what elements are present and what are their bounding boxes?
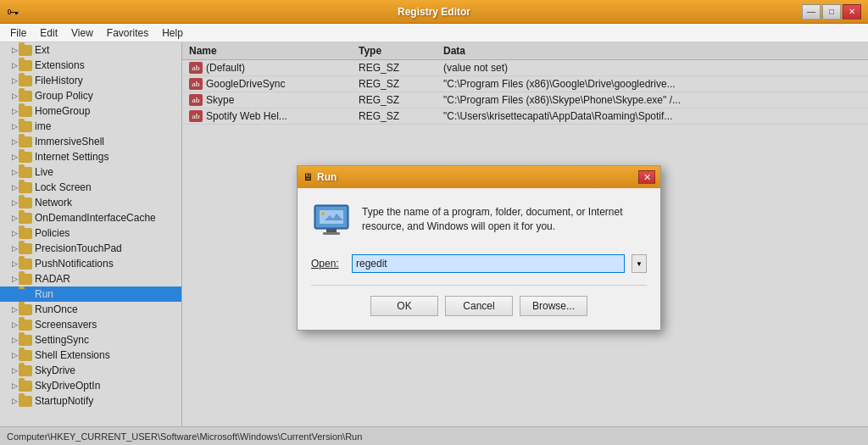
table-row[interactable]: ab Skype REG_SZ "C:\Program Files (x86)\… [182,92,868,108]
tree-label: SettingSync [35,334,89,346]
tree-item-shellextensions[interactable]: ▷ Shell Extensions [0,348,181,363]
menu-file[interactable]: File [3,25,33,41]
tree-item-internetsettings[interactable]: ▷ Internet Settings [0,149,181,164]
tree-panel[interactable]: ▷ Ext ▷ Extensions ▷ FileHistory ▷ Group… [0,42,182,426]
tree-item-ext[interactable]: ▷ Ext [0,42,181,58]
reg-name: GoogleDriveSync [206,78,285,90]
menu-edit[interactable]: Edit [33,25,64,41]
folder-icon [19,259,32,270]
tree-item-precisiontouchpad[interactable]: ▷ PrecisionTouchPad [0,241,181,256]
folder-icon [19,152,32,163]
folder-icon [19,106,32,117]
reg-data: "C:\Program Files (x86)\Skype\Phone\Skyp… [437,92,868,108]
close-button[interactable]: ✕ [843,4,861,19]
tree-label: HomeGroup [35,105,90,117]
tree-label: SkyDrive [35,364,75,376]
tree-item-ime[interactable]: ▷ ime [0,119,181,134]
window-title: Registry Editor [398,6,470,18]
run-input-row: Open: ▼ [311,254,647,273]
folder-icon [19,350,32,361]
folder-icon [19,60,32,71]
tree-label: OnDemandInterfaceCache [35,212,156,224]
run-description: Type the name of a program, folder, docu… [362,202,647,234]
tree-item-extensions[interactable]: ▷ Extensions [0,58,181,73]
reg-type: REG_SZ [352,60,437,76]
reg-name: Skype [206,94,234,106]
run-browse-button[interactable]: Browse... [520,296,587,316]
run-separator [311,285,647,286]
folder-icon [19,91,32,102]
tree-item-radar[interactable]: ▷ RADAR [0,271,181,286]
tree-item-live[interactable]: ▷ Live [0,164,181,180]
tree-item-network[interactable]: ▷ Network [0,195,181,210]
registry-table: Name Type Data ab (Default) REG_SZ (valu… [182,42,868,125]
run-input-field[interactable] [352,254,625,273]
expand-icon: ▷ [10,153,19,161]
folder-icon [19,289,32,300]
tree-item-skydriveoptIn[interactable]: ▷ SkyDriveOptIn [0,378,181,393]
expand-icon: ▷ [10,46,19,54]
run-dropdown-button[interactable]: ▼ [632,254,647,273]
menu-bar: File Edit View Favorites Help [0,24,868,42]
tree-item-screensavers[interactable]: ▷ Screensavers [0,317,181,332]
tree-label: RunOnce [35,303,78,315]
tree-label: PushNotifications [35,258,114,270]
ab-icon: ab [189,62,203,74]
run-body: Type the name of a program, folder, docu… [298,188,660,330]
tree-label: Network [35,197,72,209]
ab-icon: ab [189,94,203,106]
menu-view[interactable]: View [64,25,100,41]
menu-favorites[interactable]: Favorites [100,25,155,41]
table-row[interactable]: ab GoogleDriveSync REG_SZ "C:\Program Fi… [182,76,868,92]
run-close-button[interactable]: ✕ [638,170,655,184]
expand-icon [10,290,19,298]
maximize-button[interactable]: □ [822,4,841,19]
tree-item-policies[interactable]: ▷ Policies [0,225,181,241]
table-row[interactable]: ab Spotify Web Hel... REG_SZ "C:\Users\k… [182,108,868,125]
minimize-button[interactable]: — [802,4,821,19]
tree-item-skydrive[interactable]: ▷ SkyDrive [0,363,181,378]
tree-item-runonce[interactable]: ▷ RunOnce [0,302,181,317]
tree-label: Shell Extensions [35,349,110,361]
tree-label: Extensions [35,59,85,71]
tree-item-grouppolicy[interactable]: ▷ Group Policy [0,88,181,103]
run-title-left: 🖥 Run [303,171,337,183]
table-row[interactable]: ab (Default) REG_SZ (value not set) [182,60,868,76]
folder-icon [19,274,32,285]
tree-item-filehistory[interactable]: ▷ FileHistory [0,73,181,88]
run-open-label: Open: [311,258,345,270]
run-buttons: OK Cancel Browse... [311,296,647,316]
status-path: Computer\HKEY_CURRENT_USER\Software\Micr… [7,431,362,442]
tree-item-lockscreen[interactable]: ▷ Lock Screen [0,180,181,195]
tree-label: ime [35,120,51,132]
expand-icon: ▷ [10,336,19,344]
reg-data: "C:\Users\krisettecapati\AppData\Roaming… [437,108,868,125]
folder-icon [19,243,32,254]
reg-type: REG_SZ [352,92,437,108]
run-cancel-button[interactable]: Cancel [445,296,513,316]
tree-label: Group Policy [35,90,93,102]
tree-label: PrecisionTouchPad [35,242,122,254]
svg-point-5 [321,212,325,215]
expand-icon: ▷ [10,320,19,329]
tree-item-pushnotifications[interactable]: ▷ PushNotifications [0,256,181,271]
folder-icon [19,136,32,147]
reg-name: (Default) [206,62,245,74]
menu-help[interactable]: Help [155,25,190,41]
cell-name: ab (Default) [189,62,345,74]
folder-icon [19,213,32,224]
folder-icon [19,396,32,407]
tree-item-homegroup[interactable]: ▷ HomeGroup [0,103,181,119]
folder-icon [19,381,32,392]
tree-item-settingsync[interactable]: ▷ SettingSync [0,332,181,348]
run-ok-button[interactable]: OK [370,296,438,316]
expand-icon: ▷ [10,305,19,314]
expand-icon: ▷ [10,366,19,375]
tree-item-ondemand[interactable]: ▷ OnDemandInterfaceCache [0,210,181,225]
tree-item-startupnotify[interactable]: ▷ StartupNotify [0,393,181,409]
folder-icon [19,197,32,209]
window-controls: — □ ✕ [802,4,861,19]
tree-item-immersiveshell[interactable]: ▷ ImmersiveShell [0,134,181,149]
tree-item-run[interactable]: Run [0,286,181,302]
status-bar: Computer\HKEY_CURRENT_USER\Software\Micr… [0,426,868,445]
